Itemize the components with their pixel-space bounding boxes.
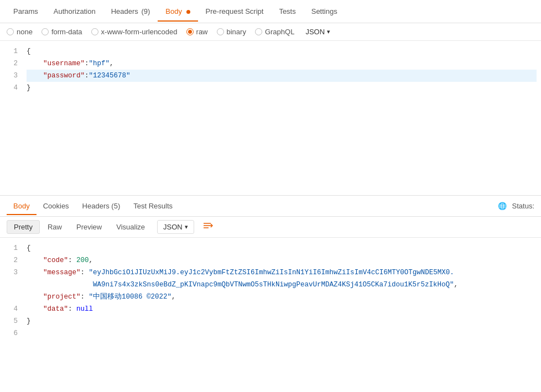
radio-formdata [41, 28, 49, 35]
format-pretty[interactable]: Pretty [7, 220, 40, 234]
json-format-dropdown[interactable]: JSON ▾ [305, 28, 330, 36]
tab-body[interactable]: Body [158, 2, 197, 21]
tab-headers[interactable]: Headers (9) [103, 2, 158, 21]
format-preview[interactable]: Preview [70, 221, 108, 233]
tab-pre-request[interactable]: Pre-request Script [198, 2, 272, 21]
format-raw[interactable]: Raw [41, 221, 69, 233]
wrap-icon [203, 222, 213, 230]
status-label: Status: [512, 202, 534, 210]
body-type-binary[interactable]: binary [217, 28, 246, 36]
format-visualize[interactable]: Visualize [110, 221, 152, 233]
radio-urlencoded [91, 28, 98, 35]
body-type-row: none form-data x-www-form-urlencoded raw… [0, 23, 541, 41]
globe-icon: 🌐 [498, 202, 507, 210]
body-type-formdata[interactable]: form-data [41, 28, 82, 36]
req-line-4: } [27, 82, 537, 94]
response-body-editor[interactable]: 1 2 3 4 5 6 { "code": 200, "message": "e… [0, 238, 541, 344]
req-line-2: "username":"hpf", [27, 58, 537, 70]
request-tabs: Params Authorization Headers (9) Body Pr… [0, 0, 541, 23]
radio-graphql [255, 28, 262, 35]
body-type-raw[interactable]: raw [186, 28, 208, 36]
radio-raw [186, 28, 194, 35]
res-line-2: "code": 200, [27, 254, 537, 266]
res-line-3b: WA9ni7s4x3zkSns0eBdZ_pKIVnapc9mQbVTNwmO5… [27, 279, 537, 291]
request-body-editor[interactable]: 1 2 3 4 { "username":"hpf", "password":"… [0, 41, 541, 196]
res-line-4: "project": "中国移动10086 ©2022", [27, 291, 537, 303]
req-line-3: "password":"12345678" [27, 70, 537, 82]
body-type-none[interactable]: none [7, 28, 33, 36]
radio-none [7, 28, 14, 35]
response-tab-test-results[interactable]: Test Results [127, 197, 179, 215]
radio-binary [217, 28, 224, 35]
tab-params[interactable]: Params [6, 2, 46, 21]
body-type-urlencoded[interactable]: x-www-form-urlencoded [91, 28, 178, 36]
tab-tests[interactable]: Tests [271, 2, 303, 21]
response-tab-headers[interactable]: Headers (5) [76, 197, 127, 215]
response-format-row: Pretty Raw Preview Visualize JSON ▾ [0, 217, 541, 238]
response-code-content: { "code": 200, "message": "eyJhbGciOiJIU… [22, 242, 541, 339]
request-code-content: { "username":"hpf", "password":"12345678… [22, 45, 541, 94]
line-numbers-request: 1 2 3 4 [0, 45, 22, 94]
req-line-1: { [27, 45, 537, 58]
response-tab-body[interactable]: Body [7, 197, 37, 215]
res-line-3a: "message": "eyJhbGciOiJIUzUxMiJ9.eyJ1c2V… [27, 266, 537, 279]
body-type-graphql[interactable]: GraphQL [255, 28, 294, 36]
res-line-5: "data": null [27, 303, 537, 315]
wrap-button[interactable] [199, 220, 217, 234]
response-status-area: 🌐 Status: [498, 202, 534, 210]
response-json-dropdown[interactable]: JSON ▾ [157, 220, 194, 234]
line-numbers-response: 1 2 3 4 5 6 [0, 242, 22, 339]
res-line-6: } [27, 315, 537, 327]
tab-authorization[interactable]: Authorization [46, 2, 103, 21]
body-active-dot [186, 10, 190, 14]
tab-settings[interactable]: Settings [304, 2, 345, 21]
res-line-1: { [27, 242, 537, 254]
response-tab-cookies[interactable]: Cookies [37, 197, 76, 215]
response-tabs: Body Cookies Headers (5) Test Results 🌐 … [0, 196, 541, 217]
